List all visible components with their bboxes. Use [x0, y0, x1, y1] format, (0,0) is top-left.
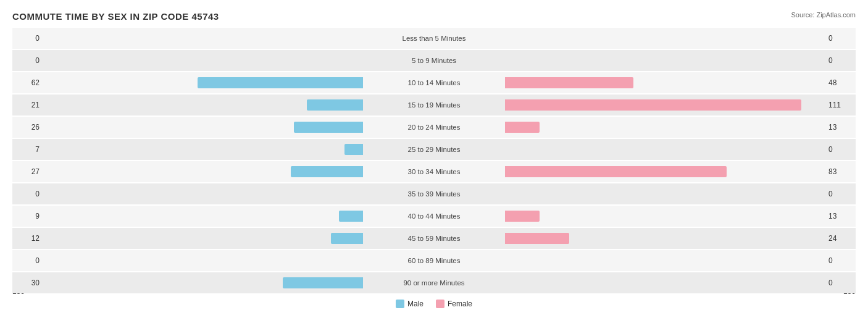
table-row: 21 15 to 19 Minutes 111	[12, 94, 856, 115]
bars-wrap: 45 to 59 Minutes	[43, 228, 825, 249]
bars-wrap: 40 to 44 Minutes	[43, 206, 825, 227]
female-value: 48	[825, 78, 856, 87]
male-bar-wrap	[43, 165, 434, 178]
male-bar	[291, 166, 363, 177]
male-bar-wrap	[43, 31, 434, 45]
bars-wrap: 35 to 39 Minutes	[43, 183, 825, 204]
male-value: 27	[12, 167, 43, 176]
male-bar-wrap	[43, 254, 434, 267]
male-value: 9	[12, 212, 43, 220]
bars-wrap: 10 to 14 Minutes	[43, 72, 825, 93]
female-value: 0	[825, 56, 856, 65]
chart-title: COMMUTE TIME BY SEX IN ZIP CODE 45743	[12, 11, 856, 22]
female-value: 0	[825, 190, 856, 198]
female-color-box	[436, 300, 444, 308]
bars-wrap: 20 to 24 Minutes	[43, 117, 825, 138]
male-bar	[198, 77, 363, 88]
female-bar	[505, 166, 727, 177]
female-bar-wrap	[434, 143, 825, 156]
male-value: 62	[12, 78, 43, 87]
female-value: 83	[825, 167, 856, 176]
male-bar	[331, 233, 363, 244]
female-value: 0	[825, 279, 856, 287]
chart-container: COMMUTE TIME BY SEX IN ZIP CODE 45743 So…	[0, 0, 868, 323]
male-value: 12	[12, 234, 43, 243]
table-row: 30 90 or more Minutes 0	[12, 272, 856, 293]
male-bar-wrap	[43, 209, 434, 223]
table-row: 0 35 to 39 Minutes 0	[12, 183, 856, 204]
female-bar	[505, 99, 801, 111]
female-bar-wrap	[434, 276, 825, 290]
female-bar-wrap	[434, 76, 825, 90]
source-label: Source: ZipAtlas.com	[791, 11, 856, 19]
female-value: 111	[825, 101, 856, 109]
female-bar-wrap	[434, 98, 825, 112]
male-bar-wrap	[43, 120, 434, 134]
female-value: 13	[825, 212, 856, 220]
table-row: 26 20 to 24 Minutes 13	[12, 117, 856, 138]
female-label: Female	[448, 300, 472, 308]
legend: Male Female	[12, 300, 856, 308]
bars-wrap: Less than 5 Minutes	[43, 28, 825, 49]
male-value: 0	[12, 256, 43, 265]
female-bar	[505, 122, 540, 133]
male-bar	[307, 99, 363, 111]
legend-female: Female	[436, 300, 472, 308]
female-bar-wrap	[434, 187, 825, 201]
female-bar-wrap	[434, 209, 825, 223]
male-value: 0	[12, 34, 43, 43]
table-row: 12 45 to 59 Minutes 24	[12, 228, 856, 249]
male-value: 21	[12, 101, 43, 109]
female-bar-wrap	[434, 54, 825, 67]
male-value: 30	[12, 279, 43, 287]
male-bar-wrap	[43, 232, 434, 245]
female-value: 0	[825, 145, 856, 154]
male-bar-wrap	[43, 187, 434, 201]
male-bar	[283, 277, 363, 288]
female-bar	[505, 211, 540, 222]
bars-wrap: 15 to 19 Minutes	[43, 94, 825, 115]
female-bar-wrap	[434, 165, 825, 178]
male-label: Male	[407, 300, 424, 308]
chart-area: 0 Less than 5 Minutes 0 0 5 to 9 Minutes…	[12, 28, 856, 287]
female-bar	[505, 77, 633, 88]
female-value: 24	[825, 234, 856, 243]
bars-wrap: 5 to 9 Minutes	[43, 50, 825, 71]
female-value: 13	[825, 123, 856, 132]
male-bar	[294, 122, 363, 133]
legend-male: Male	[396, 300, 424, 308]
male-bar-wrap	[43, 143, 434, 156]
table-row: 0 60 to 89 Minutes 0	[12, 250, 856, 271]
bars-wrap: 30 to 34 Minutes	[43, 161, 825, 182]
table-row: 62 10 to 14 Minutes 48	[12, 72, 856, 93]
male-bar	[339, 211, 363, 222]
male-value: 0	[12, 190, 43, 198]
male-bar-wrap	[43, 98, 434, 112]
male-value: 7	[12, 145, 43, 154]
male-value: 26	[12, 123, 43, 132]
table-row: 27 30 to 34 Minutes 83	[12, 161, 856, 182]
male-color-box	[396, 300, 404, 308]
female-bar	[505, 233, 569, 244]
bars-wrap: 25 to 29 Minutes	[43, 139, 825, 160]
male-bar	[344, 144, 363, 155]
bars-wrap: 60 to 89 Minutes	[43, 250, 825, 271]
male-bar-wrap	[43, 54, 434, 67]
female-bar-wrap	[434, 120, 825, 134]
female-bar-wrap	[434, 31, 825, 45]
male-value: 0	[12, 56, 43, 65]
bars-wrap: 90 or more Minutes	[43, 272, 825, 293]
table-row: 9 40 to 44 Minutes 13	[12, 206, 856, 227]
female-value: 0	[825, 256, 856, 265]
female-bar-wrap	[434, 254, 825, 267]
male-bar-wrap	[43, 76, 434, 90]
female-bar-wrap	[434, 232, 825, 245]
female-value: 0	[825, 34, 856, 43]
table-row: 0 5 to 9 Minutes 0	[12, 50, 856, 71]
table-row: 7 25 to 29 Minutes 0	[12, 139, 856, 160]
table-row: 0 Less than 5 Minutes 0	[12, 28, 856, 49]
male-bar-wrap	[43, 276, 434, 290]
